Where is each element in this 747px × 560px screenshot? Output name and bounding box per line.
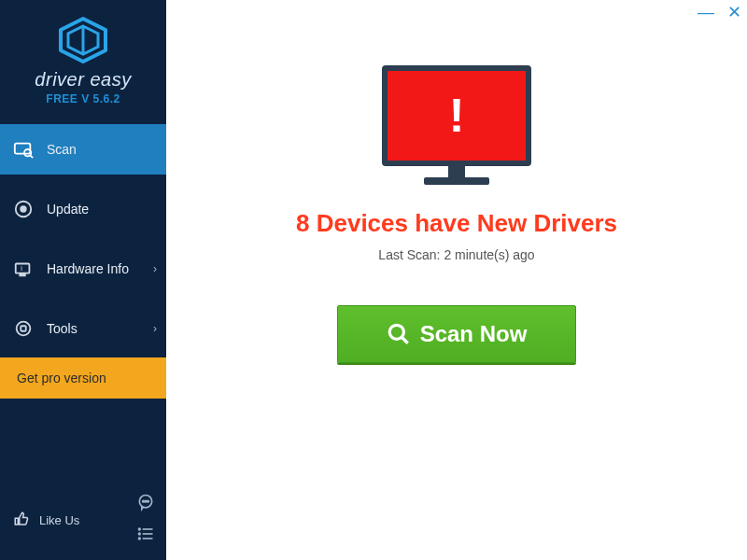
scan-now-button[interactable]: Scan Now [337,305,576,363]
svg-point-12 [17,322,31,336]
sidebar-item-label: Update [47,202,89,217]
menu-button[interactable] [136,525,155,547]
sidebar-item-update[interactable]: Update [0,184,166,234]
exclamation-icon: ! [449,89,465,143]
get-pro-label: Get pro version [17,371,106,385]
main-panel: ! 8 Devices have New Drivers Last Scan: … [166,0,747,560]
svg-rect-13 [21,326,26,331]
chevron-right-icon: › [153,262,157,275]
svg-rect-3 [15,144,31,154]
scan-now-label: Scan Now [420,321,528,347]
svg-rect-10 [20,274,24,276]
hwinfo-icon: i [13,259,34,279]
brand-block: driver easy FREE V 5.6.2 [0,0,166,115]
feedback-button[interactable] [136,493,155,515]
sidebar-item-label: Tools [47,321,78,336]
alert-monitor-graphic: ! [382,65,531,187]
svg-point-24 [389,325,403,339]
svg-point-20 [139,533,141,535]
logo-icon [57,17,109,63]
svg-rect-9 [16,264,30,273]
svg-point-16 [145,500,147,502]
svg-point-17 [148,500,149,502]
thumbs-up-icon [13,511,30,530]
sidebar-item-hardware-info[interactable]: i Hardware Info › [0,244,166,294]
svg-line-6 [30,155,33,158]
sidebar-item-label: Hardware Info [47,261,129,276]
svg-point-15 [143,500,145,502]
last-scan-text: Last Scan: 2 minute(s) ago [378,247,534,262]
get-pro-button[interactable]: Get pro version [0,357,166,399]
svg-text:i: i [21,264,22,273]
scan-icon [13,139,34,160]
list-icon [136,525,155,543]
like-us-button[interactable]: Like Us [13,511,79,530]
sidebar-nav: Scan Update i Hardware Info [0,124,166,354]
svg-point-18 [139,528,141,530]
brand-version: FREE V 5.6.2 [0,92,166,105]
like-us-label: Like Us [39,513,79,527]
chevron-right-icon: › [153,322,157,335]
sidebar-item-scan[interactable]: Scan [0,124,166,175]
svg-point-8 [21,206,26,212]
sidebar-item-label: Scan [47,142,77,157]
sidebar: driver easy FREE V 5.6.2 Scan [0,0,166,560]
update-icon [13,199,34,219]
scan-result-headline: 8 Devices have New Drivers [296,209,617,238]
svg-point-22 [139,538,141,539]
search-icon [387,322,411,346]
svg-line-25 [402,337,408,343]
brand-name: driver easy [0,69,166,91]
sidebar-item-tools[interactable]: Tools › [0,303,166,354]
speech-bubble-icon [136,493,155,511]
tools-icon [13,318,34,339]
